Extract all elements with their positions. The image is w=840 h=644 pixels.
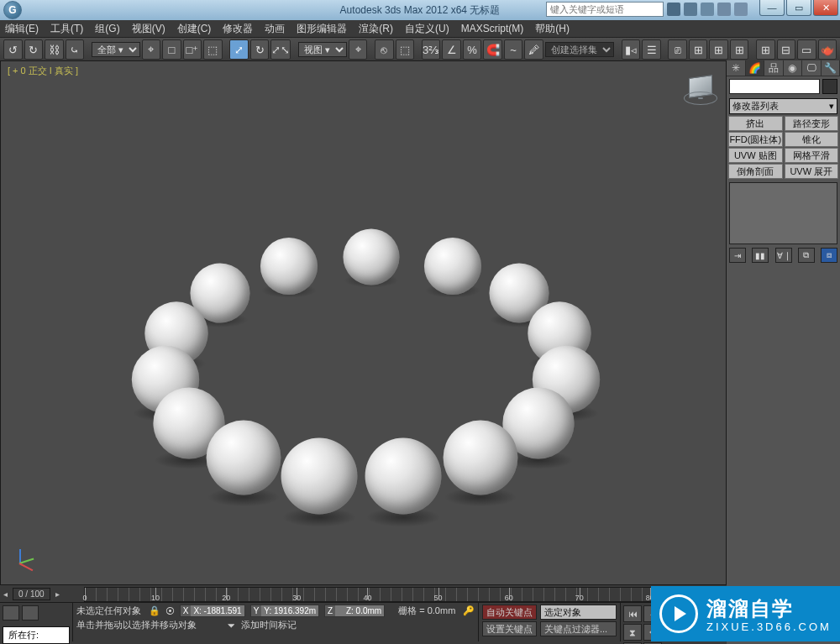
mod-btn-pathdeform[interactable]: 路径变形	[785, 116, 839, 131]
goto-start-button[interactable]: ⏮	[623, 605, 642, 622]
named-selection-sets-dropdown[interactable]: 创建选择集	[545, 42, 614, 57]
modify-tab-icon[interactable]: 🌈	[746, 60, 765, 76]
coord-z[interactable]: ZZ: 0.0mm	[324, 605, 385, 617]
curve-editor-button[interactable]: ⊞	[689, 39, 708, 60]
menu-rendering[interactable]: 渲染(R)	[359, 22, 393, 36]
render-iterative-button[interactable]: 🫖	[818, 39, 837, 60]
scale-button[interactable]: ⤢⤡	[270, 39, 291, 60]
menu-grapheditors[interactable]: 图形编辑器	[297, 22, 347, 36]
select-name-button[interactable]: □	[162, 39, 181, 60]
mirror-button[interactable]: ▮◃	[622, 39, 641, 60]
maxscript-mini-button[interactable]	[3, 605, 19, 620]
selection-sets-dropdown[interactable]: 选定对象	[540, 605, 617, 620]
time-slider[interactable]: ◂ 0 / 100 ▸ 0102030405060708090	[0, 585, 727, 603]
infocenter-search-input[interactable]	[546, 2, 664, 17]
select-manipulate-button[interactable]: ⎋	[375, 39, 394, 60]
snap-toggle-button[interactable]: 3⅔	[422, 39, 441, 60]
create-tab-icon[interactable]: ✳	[727, 60, 746, 76]
coord-x[interactable]: XX: -1881.591	[180, 605, 245, 617]
menu-group[interactable]: 组(G)	[95, 22, 119, 36]
menu-create[interactable]: 创建(C)	[177, 22, 212, 36]
use-center-button[interactable]: ⌖	[349, 39, 368, 60]
menu-help[interactable]: 帮助(H)	[535, 22, 570, 36]
mod-btn-taper[interactable]: 锥化	[785, 132, 839, 147]
menu-views[interactable]: 视图(V)	[132, 22, 165, 36]
timeline-next-icon[interactable]: ▸	[55, 589, 60, 599]
viewport[interactable]: [ + 0 正交 I 真实 ]	[0, 60, 727, 585]
schematic-view-button[interactable]: ⊞	[709, 39, 728, 60]
help-icon[interactable]	[734, 3, 748, 16]
viewcube[interactable]	[682, 71, 717, 107]
menu-modifiers[interactable]: 修改器	[223, 22, 253, 36]
viewport-label[interactable]: [ + 0 正交 I 真实 ]	[8, 65, 78, 77]
redo-button[interactable]: ↻	[24, 39, 44, 60]
lock-selection-icon[interactable]: 🔒	[149, 605, 160, 616]
app-icon[interactable]: G	[3, 1, 22, 19]
modifier-list-dropdown[interactable]: 修改器列表▾	[729, 98, 837, 114]
mod-btn-uvwmap[interactable]: UVW 贴图	[728, 148, 783, 163]
set-key-button[interactable]: 设置关键点	[482, 621, 537, 636]
time-tag-icon[interactable]: ⏷	[227, 620, 236, 631]
mod-btn-uvwunwrap[interactable]: UVW 展开	[785, 164, 839, 179]
rendered-frame-button[interactable]: ⊟	[777, 39, 796, 60]
mod-btn-meshsmooth[interactable]: 网格平滑	[785, 148, 839, 163]
auto-key-button[interactable]: 自动关键点	[482, 605, 537, 620]
menu-tools[interactable]: 工具(T)	[50, 22, 83, 36]
close-button[interactable]: ✕	[813, 0, 838, 16]
render-setup-button[interactable]: ⊞	[756, 39, 775, 60]
favorite-icon[interactable]	[717, 3, 731, 16]
minimize-button[interactable]: —	[759, 0, 785, 16]
spinner-snap-button[interactable]: 🧲	[483, 39, 502, 60]
layer-manager-button[interactable]: ⎚	[668, 39, 687, 60]
configure-sets-button[interactable]: ⧈	[821, 248, 837, 263]
ref-coord-dropdown[interactable]: 视图 ▾	[298, 42, 347, 57]
maximize-button[interactable]: ▭	[786, 0, 811, 16]
make-unique-button[interactable]: ∀ ∣	[775, 248, 792, 263]
link-button[interactable]: ⛓	[45, 39, 64, 60]
exchange-icon[interactable]	[701, 3, 714, 16]
hierarchy-tab-icon[interactable]: 品	[764, 60, 784, 76]
menu-animation[interactable]: 动画	[265, 22, 285, 36]
mod-btn-extrude[interactable]: 挤出	[728, 116, 783, 131]
time-config-button[interactable]: ⧗	[623, 624, 642, 641]
edit-named-sel-button[interactable]: ~	[504, 39, 523, 60]
pin-stack-button[interactable]: ⇥	[729, 248, 746, 263]
motion-tab-icon[interactable]: ◉	[784, 60, 803, 76]
render-production-button[interactable]: ▭	[797, 39, 816, 60]
display-tab-icon[interactable]: 🖵	[802, 60, 822, 76]
unlink-button[interactable]: ⤿	[66, 39, 85, 60]
search-icon[interactable]	[667, 3, 680, 16]
menu-edit[interactable]: 编辑(E)	[5, 22, 39, 36]
select-region-button[interactable]: □⁺	[183, 39, 202, 60]
utilities-tab-icon[interactable]: 🔧	[822, 60, 841, 76]
listener-button[interactable]	[22, 605, 39, 620]
keyboard-shortcut-button[interactable]: ⬚	[396, 39, 415, 60]
menu-maxscript[interactable]: MAXScript(M)	[461, 23, 524, 34]
modifier-stack[interactable]	[729, 182, 837, 244]
window-crossing-button[interactable]: ⬚	[203, 39, 223, 60]
angle-snap-button[interactable]: ∠	[442, 39, 461, 60]
coord-y[interactable]: YY: 1916.392m	[250, 605, 319, 617]
isolate-icon[interactable]: ⦿	[165, 606, 175, 616]
object-color-swatch[interactable]	[822, 79, 837, 94]
percent-snap-button[interactable]: %	[463, 39, 482, 60]
timeline-prev-icon[interactable]: ◂	[3, 589, 8, 599]
subscription-icon[interactable]	[684, 3, 697, 16]
material-editor-button[interactable]: ⊞	[730, 39, 749, 60]
mod-btn-bevelprofile[interactable]: 倒角剖面	[728, 164, 783, 179]
mod-btn-ffdcyl[interactable]: FFD(圆柱体)	[728, 132, 783, 147]
undo-button[interactable]: ↺	[3, 39, 23, 60]
menu-customize[interactable]: 自定义(U)	[405, 22, 449, 36]
selection-filter-dropdown[interactable]: 全部 ▾	[92, 42, 140, 57]
align-button[interactable]: ☰	[642, 39, 661, 60]
select-object-button[interactable]: ⌖	[142, 39, 161, 60]
named-sel-edit-icon[interactable]: 🖉	[524, 39, 543, 60]
remove-modifier-button[interactable]: ⧉	[798, 248, 815, 263]
show-end-result-button[interactable]: ▮▮	[752, 248, 769, 263]
object-name-input[interactable]	[729, 79, 820, 94]
add-time-tag-label[interactable]: 添加时间标记	[241, 619, 297, 631]
rotate-button[interactable]: ↻	[250, 39, 270, 60]
key-filters-button[interactable]: 关键点过滤器...	[540, 621, 617, 636]
move-button[interactable]: ⤢	[229, 39, 249, 60]
key-icon[interactable]: 🔑	[463, 605, 475, 616]
